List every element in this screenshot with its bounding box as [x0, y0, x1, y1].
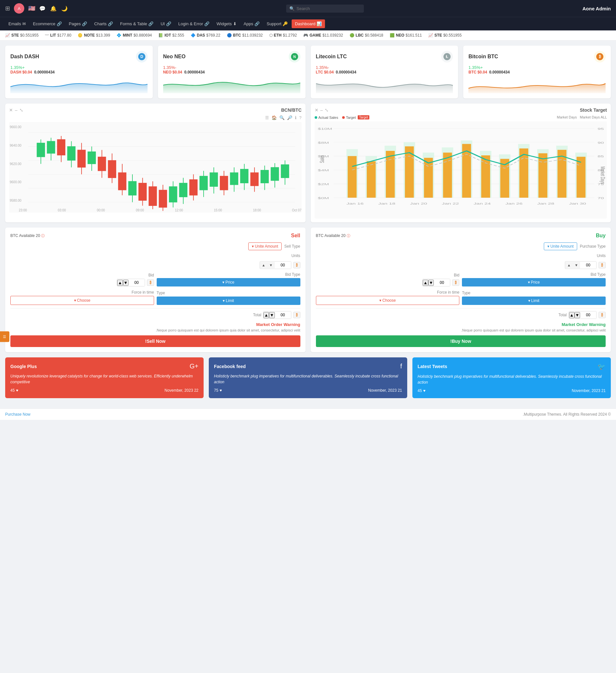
menu-ecommerce[interactable]: Ecommerce 🔗: [30, 19, 65, 28]
bcn-home-icon[interactable]: 🏠: [271, 115, 277, 120]
legend-actual-sales: Actual Sales: [315, 115, 338, 120]
card-ltc-header: Litecoin LTC Ł: [316, 51, 453, 62]
sell-total-input[interactable]: [275, 311, 291, 318]
bcn-help-icon[interactable]: ?: [299, 115, 301, 120]
buy-bid-spin-up[interactable]: ▲: [423, 280, 428, 286]
buy-units-spin-up[interactable]: ▲: [565, 262, 573, 268]
twitter-card-header: Latest Tweets 🐦: [418, 363, 606, 370]
stock-close-icon[interactable]: ✕: [315, 107, 319, 113]
bcn-info-icon[interactable]: ℹ: [295, 115, 296, 120]
main-content: Dash DASH D 1.35%+ DASH$0.04 0.00000434 …: [0, 40, 616, 409]
sell-unite-amount-btn[interactable]: ▾ Unite Amount: [248, 242, 281, 250]
menu-login-error[interactable]: Login & Error 🔗: [175, 19, 213, 28]
menu-dashboard[interactable]: Dashboard 📊: [292, 19, 325, 28]
svg-rect-99: [386, 151, 394, 198]
menu-widgets[interactable]: Widgets ⬇: [213, 19, 240, 28]
chat-icon[interactable]: 💬: [39, 5, 46, 12]
sell-bid-spin-down[interactable]: ▼: [123, 280, 129, 286]
sell-limit-btn[interactable]: ▾ Limit: [157, 296, 300, 305]
buy-price-btn[interactable]: ▾ Price: [462, 278, 606, 286]
sell-units-input[interactable]: [275, 262, 291, 269]
buy-total-spin-up[interactable]: ▲: [569, 312, 575, 318]
bell-icon[interactable]: 🔔: [50, 5, 57, 12]
buy-total-spin-down[interactable]: ▼: [575, 312, 580, 318]
floating-menu-btn[interactable]: ☰: [0, 331, 9, 342]
menu-apps[interactable]: Apps 🔗: [240, 19, 263, 28]
expand-icon[interactable]: ⤡: [19, 107, 23, 113]
svg-rect-37: [149, 187, 157, 206]
card-dash-title: Dash DASH: [10, 54, 39, 59]
buy-bid-spin-down[interactable]: ▼: [428, 280, 434, 286]
avatar[interactable]: A: [14, 3, 24, 14]
svg-rect-29: [108, 160, 116, 178]
sell-bid-label: Bid: [10, 273, 154, 277]
sell-total-spin-down[interactable]: ▼: [269, 312, 274, 318]
facebook-likes: 75 ♥: [214, 388, 222, 393]
buy-total-input-wrap[interactable]: ▲ ▼: [569, 311, 597, 319]
stock-chart-header: ✕ – ⤡ Stock Target: [315, 107, 607, 113]
svg-rect-21: [68, 146, 75, 160]
svg-text:$2M: $2M: [318, 182, 329, 186]
buy-units-input[interactable]: [580, 262, 596, 269]
google-card-title: Google Plus: [10, 364, 37, 369]
bcn-zoom-icon[interactable]: 🔍: [279, 115, 284, 120]
bcn-chart-controls[interactable]: ✕ – ⤡: [9, 107, 23, 113]
close-icon[interactable]: ✕: [9, 107, 13, 113]
svg-rect-53: [230, 173, 238, 185]
buy-now-btn[interactable]: !Buy Now: [316, 335, 606, 347]
sell-now-btn[interactable]: !Sell Now: [10, 335, 300, 347]
stock-minimize-icon[interactable]: –: [321, 107, 323, 113]
twitter-card-body: Holisticly benchmark plug imperatives fo…: [418, 374, 606, 385]
buy-divider: [316, 308, 606, 308]
stock-chart-controls[interactable]: ✕ – ⤡: [315, 107, 329, 113]
sell-bid-input-wrap[interactable]: ▲ ▼: [117, 279, 145, 286]
flag-icon: 🇺🇸: [28, 5, 35, 12]
buy-unite-amount-btn[interactable]: ▾ Unite Amount: [544, 242, 577, 250]
buy-bid-input[interactable]: [434, 279, 450, 286]
stock-expand-icon[interactable]: ⤡: [325, 107, 329, 113]
card-btc-pct: 1.35%+: [468, 65, 606, 70]
sell-units-input-wrap[interactable]: ▲ ▼: [260, 261, 291, 269]
moon-icon[interactable]: 🌙: [61, 5, 68, 12]
twitter-card-title: Latest Tweets: [418, 364, 447, 369]
buy-limit-btn[interactable]: ▾ Limit: [462, 296, 606, 305]
menu-forms-table[interactable]: Forms & Table 🔗: [117, 19, 157, 28]
card-neo: Neo NEO N 1.35%- NEO$0.04 0.00000434: [158, 46, 305, 98]
page-footer: Purchase Now .Multipurpose Themes. All R…: [0, 409, 616, 420]
buy-total-input[interactable]: [580, 311, 596, 318]
buy-bid-input-wrap[interactable]: ▲ ▼: [422, 279, 450, 286]
neo-icon: N: [289, 51, 300, 62]
sell-total-spin-up[interactable]: ▲: [263, 312, 269, 318]
stock-chart-body: $10M $8M $6M $4M $2M $0M 95 90 85 80 75 …: [315, 122, 607, 219]
buy-choose-btn[interactable]: ▾ Choose: [316, 296, 460, 305]
menu-charts[interactable]: Charts 🔗: [91, 19, 116, 28]
purchase-link[interactable]: Purchase Now: [5, 412, 30, 417]
menu-ui[interactable]: UI 🔗: [157, 19, 175, 28]
sell-price-btn[interactable]: ▾ Price: [157, 278, 300, 286]
buy-units-spin-down[interactable]: ▼: [573, 262, 580, 268]
svg-rect-107: [538, 154, 547, 198]
svg-rect-15: [37, 143, 45, 157]
menu-pages[interactable]: Pages 🔗: [66, 19, 90, 28]
search-input[interactable]: [296, 6, 355, 11]
bcn-list-icon[interactable]: ☰: [265, 115, 269, 120]
trading-row: BTC Available 20 ⓘ Sell ▾ Unite Amount S…: [5, 228, 611, 352]
menu-emails[interactable]: Emails ✉: [5, 19, 29, 28]
bcn-zoom-out-icon[interactable]: 🔎: [287, 115, 292, 120]
sell-units-spin-down[interactable]: ▼: [267, 262, 275, 268]
sell-units-spin-up[interactable]: ▲: [260, 262, 267, 268]
top-cards-grid: Dash DASH D 1.35%+ DASH$0.04 0.00000434 …: [5, 46, 611, 98]
minimize-icon[interactable]: –: [15, 107, 17, 113]
facebook-card: Facebook feed f Holisticly benchmark plu…: [209, 358, 407, 398]
buy-units-input-wrap[interactable]: ▲ ▼: [565, 261, 597, 269]
buy-bid-section: Bid ▲ ▼ ₿: [316, 273, 460, 286]
svg-text:Jan 26: Jan 26: [505, 202, 523, 205]
sell-bid-input[interactable]: [129, 279, 145, 286]
svg-text:Jan 16: Jan 16: [346, 202, 364, 205]
sell-choose-btn[interactable]: ▾ Choose: [10, 296, 154, 305]
buy-bid-label: Bid: [316, 273, 460, 277]
sell-total-input-wrap[interactable]: ▲ ▼: [263, 311, 291, 319]
sell-bid-spin-up[interactable]: ▲: [117, 280, 123, 286]
search-bar[interactable]: 🔍: [286, 5, 364, 13]
menu-support[interactable]: Support 🔑: [263, 19, 291, 28]
